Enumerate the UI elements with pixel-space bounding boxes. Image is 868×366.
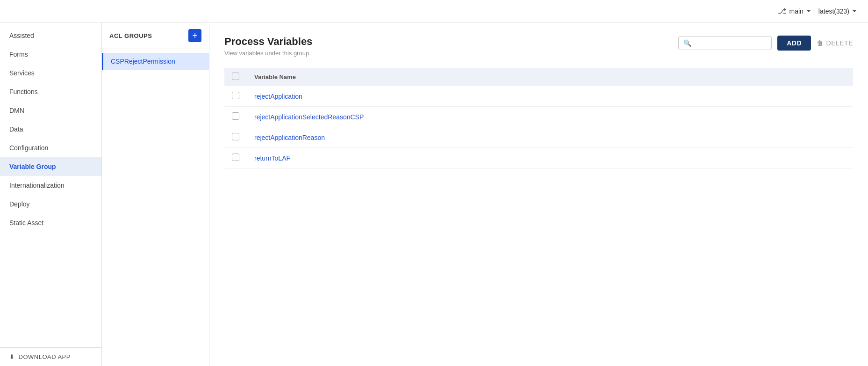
variable-name-cell: rejectApplication [247,86,853,107]
version-label: latest(323) [818,7,849,15]
main-content: Process Variables View variables under t… [209,22,868,366]
delete-label: DELETE [826,39,853,47]
content-actions: 🔍 ADD 🗑 DELETE [678,36,853,51]
search-input[interactable] [695,39,767,47]
row-checkbox[interactable] [232,154,239,161]
sidebar-item-assisted[interactable]: Assisted [0,26,101,45]
sidebar: AssistedFormsServicesFunctionsDMNDataCon… [0,22,102,366]
sidebar-item-forms[interactable]: Forms [0,45,101,64]
trash-icon: 🗑 [817,39,824,47]
sidebar-item-deploy[interactable]: Deploy [0,195,101,213]
add-variable-button[interactable]: ADD [777,36,811,51]
table-header-row: Variable Name [224,68,853,86]
variable-name-cell: rejectApplicationReason [247,127,853,148]
panel-title: ACL GROUPS [109,32,152,39]
delete-button[interactable]: 🗑 DELETE [817,39,853,47]
sidebar-bottom: ⬇ DOWNLOAD APP [0,347,101,366]
panel-header: ACL GROUPS + [102,22,209,49]
row-checkbox[interactable] [232,133,239,140]
variables-table: Variable Name rejectApplicationrejectApp… [224,68,853,168]
branch-icon: ⎇ [778,7,786,15]
sidebar-item-configuration[interactable]: Configuration [0,139,101,157]
sidebar-item-functions[interactable]: Functions [0,82,101,101]
select-all-header[interactable] [224,68,247,86]
sidebar-item-dmn[interactable]: DMN [0,101,101,120]
download-icon: ⬇ [9,353,15,360]
content-header: Process Variables View variables under t… [224,36,853,57]
topbar: ⎇ main latest(323) [0,0,868,22]
sidebar-item-variable-group[interactable]: Variable Group [0,157,101,176]
page-title: Process Variables [224,36,312,48]
download-app-button[interactable]: ⬇ DOWNLOAD APP [9,353,92,360]
sidebar-item-static-asset[interactable]: Static Asset [0,213,101,232]
sidebar-item-internationalization[interactable]: Internationalization [0,176,101,195]
table-row[interactable]: rejectApplication [224,86,853,107]
version-chevron-icon [852,10,857,12]
branch-label: main [789,7,803,15]
title-block: Process Variables View variables under t… [224,36,312,57]
acl-group-item-csp-reject[interactable]: CSPRejectPermission [102,53,209,70]
row-checkbox[interactable] [232,112,239,120]
page-subtitle: View variables under this group [224,50,312,57]
table-row[interactable]: rejectApplicationReason [224,127,853,148]
select-all-checkbox[interactable] [232,73,239,80]
sidebar-item-data[interactable]: Data [0,120,101,139]
row-checkbox[interactable] [232,92,239,99]
variable-name-cell: returnToLAF [247,148,853,168]
variable-name-header: Variable Name [247,68,853,86]
table-body: rejectApplicationrejectApplicationSelect… [224,86,853,168]
branch-selector[interactable]: ⎇ main [778,7,811,15]
search-box[interactable]: 🔍 [678,36,772,50]
acl-panel: ACL GROUPS + CSPRejectPermission [102,22,209,366]
table-row[interactable]: returnToLAF [224,148,853,168]
version-selector[interactable]: latest(323) [818,7,857,15]
sidebar-nav: AssistedFormsServicesFunctionsDMNDataCon… [0,22,101,347]
table-row[interactable]: rejectApplicationSelectedReasonCSP [224,107,853,127]
variable-name-cell: rejectApplicationSelectedReasonCSP [247,107,853,127]
branch-chevron-icon [806,10,811,12]
layout: AssistedFormsServicesFunctionsDMNDataCon… [0,22,868,366]
add-group-button[interactable]: + [188,29,201,42]
download-label: DOWNLOAD APP [19,353,71,360]
acl-group-list: CSPRejectPermission [102,49,209,73]
sidebar-item-services[interactable]: Services [0,64,101,82]
search-icon: 🔍 [683,39,691,47]
